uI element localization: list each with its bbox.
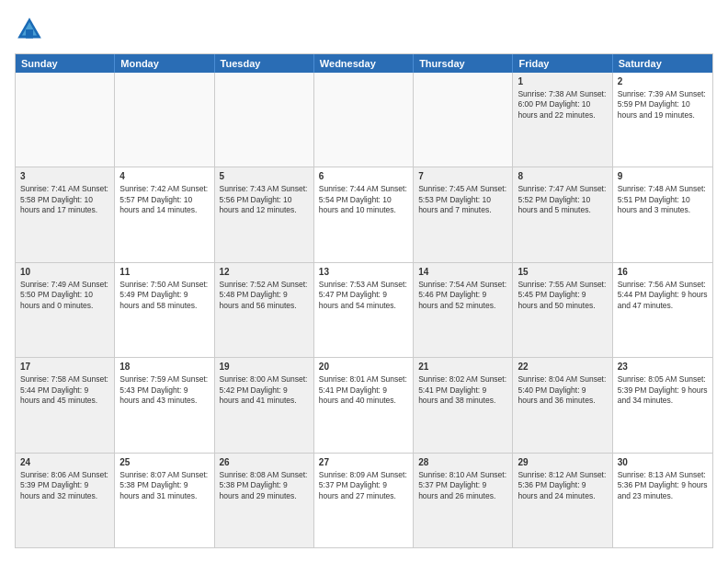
calendar-cell-r3-c5: 22Sunrise: 8:04 AM Sunset: 5:40 PM Dayli… <box>513 358 612 452</box>
day-info: Sunrise: 7:43 AM Sunset: 5:56 PM Dayligh… <box>220 184 309 215</box>
calendar-cell-r2-c4: 14Sunrise: 7:54 AM Sunset: 5:46 PM Dayli… <box>414 263 513 357</box>
calendar-cell-r0-c5: 1Sunrise: 7:38 AM Sunset: 6:00 PM Daylig… <box>513 73 612 167</box>
svg-rect-2 <box>26 29 33 39</box>
day-number: 19 <box>220 361 309 373</box>
calendar-row-2: 3Sunrise: 7:41 AM Sunset: 5:58 PM Daylig… <box>16 167 712 261</box>
day-info: Sunrise: 8:12 AM Sunset: 5:36 PM Dayligh… <box>518 470 607 501</box>
calendar-cell-r2-c5: 15Sunrise: 7:55 AM Sunset: 5:45 PM Dayli… <box>513 263 612 357</box>
day-info: Sunrise: 8:05 AM Sunset: 5:39 PM Dayligh… <box>618 374 708 406</box>
calendar-cell-r3-c2: 19Sunrise: 8:00 AM Sunset: 5:42 PM Dayli… <box>215 358 314 452</box>
calendar-row-4: 17Sunrise: 7:58 AM Sunset: 5:44 PM Dayli… <box>16 357 712 452</box>
day-info: Sunrise: 7:53 AM Sunset: 5:47 PM Dayligh… <box>319 280 408 311</box>
calendar-cell-r1-c0: 3Sunrise: 7:41 AM Sunset: 5:58 PM Daylig… <box>16 167 115 261</box>
calendar-cell-r3-c4: 21Sunrise: 8:02 AM Sunset: 5:41 PM Dayli… <box>414 358 513 452</box>
day-info: Sunrise: 7:50 AM Sunset: 5:49 PM Dayligh… <box>119 280 209 311</box>
calendar-body: 1Sunrise: 7:38 AM Sunset: 6:00 PM Daylig… <box>16 73 712 547</box>
calendar-row-1: 1Sunrise: 7:38 AM Sunset: 6:00 PM Daylig… <box>16 73 712 167</box>
day-number: 20 <box>319 361 408 373</box>
calendar: SundayMondayTuesdayWednesdayThursdayFrid… <box>15 53 713 548</box>
calendar-cell-r3-c3: 20Sunrise: 8:01 AM Sunset: 5:41 PM Dayli… <box>314 358 414 452</box>
day-info: Sunrise: 8:00 AM Sunset: 5:42 PM Dayligh… <box>220 374 309 406</box>
calendar-cell-r2-c2: 12Sunrise: 7:52 AM Sunset: 5:48 PM Dayli… <box>215 263 314 357</box>
weekday-header-saturday: Saturday <box>613 54 712 73</box>
calendar-cell-r0-c6: 2Sunrise: 7:39 AM Sunset: 5:59 PM Daylig… <box>613 73 712 167</box>
day-number: 7 <box>418 170 507 182</box>
day-info: Sunrise: 7:38 AM Sunset: 6:00 PM Dayligh… <box>518 89 607 121</box>
day-info: Sunrise: 7:45 AM Sunset: 5:53 PM Dayligh… <box>418 184 507 215</box>
calendar-cell-r3-c1: 18Sunrise: 7:59 AM Sunset: 5:43 PM Dayli… <box>115 358 214 452</box>
day-number: 3 <box>20 170 109 182</box>
day-number: 22 <box>518 361 607 373</box>
day-number: 1 <box>518 75 607 87</box>
calendar-cell-r1-c3: 6Sunrise: 7:44 AM Sunset: 5:54 PM Daylig… <box>314 167 414 261</box>
day-info: Sunrise: 7:55 AM Sunset: 5:45 PM Dayligh… <box>518 280 607 311</box>
day-number: 16 <box>618 266 708 278</box>
day-number: 5 <box>220 170 309 182</box>
day-number: 2 <box>618 75 708 87</box>
calendar-cell-r0-c4 <box>414 73 513 167</box>
logo-icon <box>15 15 44 44</box>
day-info: Sunrise: 8:02 AM Sunset: 5:41 PM Dayligh… <box>418 374 507 406</box>
day-number: 13 <box>319 266 408 278</box>
day-info: Sunrise: 8:04 AM Sunset: 5:40 PM Dayligh… <box>518 374 607 406</box>
day-number: 29 <box>518 456 607 468</box>
day-number: 28 <box>418 456 507 468</box>
day-info: Sunrise: 7:39 AM Sunset: 5:59 PM Dayligh… <box>618 89 708 121</box>
calendar-cell-r2-c6: 16Sunrise: 7:56 AM Sunset: 5:44 PM Dayli… <box>613 263 712 357</box>
weekday-header-friday: Friday <box>513 54 612 73</box>
day-number: 4 <box>119 170 209 182</box>
header <box>15 15 713 44</box>
calendar-cell-r3-c0: 17Sunrise: 7:58 AM Sunset: 5:44 PM Dayli… <box>16 358 115 452</box>
day-info: Sunrise: 8:13 AM Sunset: 5:36 PM Dayligh… <box>618 470 708 501</box>
weekday-header-monday: Monday <box>115 54 214 73</box>
calendar-cell-r0-c1 <box>115 73 214 167</box>
day-number: 26 <box>220 456 309 468</box>
day-info: Sunrise: 7:41 AM Sunset: 5:58 PM Dayligh… <box>20 184 109 215</box>
calendar-cell-r4-c0: 24Sunrise: 8:06 AM Sunset: 5:39 PM Dayli… <box>16 454 115 547</box>
day-info: Sunrise: 7:49 AM Sunset: 5:50 PM Dayligh… <box>20 280 109 311</box>
day-info: Sunrise: 7:44 AM Sunset: 5:54 PM Dayligh… <box>319 184 408 215</box>
day-number: 27 <box>319 456 408 468</box>
day-info: Sunrise: 8:01 AM Sunset: 5:41 PM Dayligh… <box>319 374 408 406</box>
day-number: 10 <box>20 266 109 278</box>
day-number: 17 <box>20 361 109 373</box>
calendar-cell-r1-c1: 4Sunrise: 7:42 AM Sunset: 5:57 PM Daylig… <box>115 167 214 261</box>
weekday-header-wednesday: Wednesday <box>314 54 414 73</box>
calendar-cell-r2-c0: 10Sunrise: 7:49 AM Sunset: 5:50 PM Dayli… <box>16 263 115 357</box>
calendar-cell-r4-c3: 27Sunrise: 8:09 AM Sunset: 5:37 PM Dayli… <box>314 454 414 547</box>
day-info: Sunrise: 7:48 AM Sunset: 5:51 PM Dayligh… <box>618 184 708 215</box>
day-info: Sunrise: 8:06 AM Sunset: 5:39 PM Dayligh… <box>20 470 109 501</box>
day-number: 18 <box>119 361 209 373</box>
day-number: 6 <box>319 170 408 182</box>
day-info: Sunrise: 7:52 AM Sunset: 5:48 PM Dayligh… <box>220 280 309 311</box>
day-info: Sunrise: 8:10 AM Sunset: 5:37 PM Dayligh… <box>418 470 507 501</box>
page: SundayMondayTuesdayWednesdayThursdayFrid… <box>0 0 728 563</box>
weekday-header-tuesday: Tuesday <box>215 54 314 73</box>
day-info: Sunrise: 8:09 AM Sunset: 5:37 PM Dayligh… <box>319 470 408 501</box>
day-info: Sunrise: 7:56 AM Sunset: 5:44 PM Dayligh… <box>618 280 708 311</box>
day-number: 21 <box>418 361 507 373</box>
day-info: Sunrise: 7:54 AM Sunset: 5:46 PM Dayligh… <box>418 280 507 311</box>
day-number: 11 <box>119 266 209 278</box>
calendar-cell-r0-c2 <box>215 73 314 167</box>
calendar-cell-r4-c4: 28Sunrise: 8:10 AM Sunset: 5:37 PM Dayli… <box>414 454 513 547</box>
day-number: 24 <box>20 456 109 468</box>
calendar-header: SundayMondayTuesdayWednesdayThursdayFrid… <box>16 54 712 73</box>
weekday-header-thursday: Thursday <box>414 54 513 73</box>
day-number: 30 <box>618 456 708 468</box>
weekday-header-sunday: Sunday <box>16 54 115 73</box>
day-info: Sunrise: 8:07 AM Sunset: 5:38 PM Dayligh… <box>119 470 209 501</box>
logo <box>15 15 48 44</box>
calendar-cell-r4-c5: 29Sunrise: 8:12 AM Sunset: 5:36 PM Dayli… <box>513 454 612 547</box>
calendar-cell-r1-c2: 5Sunrise: 7:43 AM Sunset: 5:56 PM Daylig… <box>215 167 314 261</box>
calendar-cell-r2-c1: 11Sunrise: 7:50 AM Sunset: 5:49 PM Dayli… <box>115 263 214 357</box>
calendar-cell-r4-c6: 30Sunrise: 8:13 AM Sunset: 5:36 PM Dayli… <box>613 454 712 547</box>
calendar-cell-r0-c3 <box>314 73 414 167</box>
day-info: Sunrise: 7:47 AM Sunset: 5:52 PM Dayligh… <box>518 184 607 215</box>
calendar-cell-r2-c3: 13Sunrise: 7:53 AM Sunset: 5:47 PM Dayli… <box>314 263 414 357</box>
day-number: 25 <box>119 456 209 468</box>
calendar-cell-r0-c0 <box>16 73 115 167</box>
calendar-cell-r3-c6: 23Sunrise: 8:05 AM Sunset: 5:39 PM Dayli… <box>613 358 712 452</box>
calendar-cell-r1-c6: 9Sunrise: 7:48 AM Sunset: 5:51 PM Daylig… <box>613 167 712 261</box>
calendar-cell-r1-c4: 7Sunrise: 7:45 AM Sunset: 5:53 PM Daylig… <box>414 167 513 261</box>
